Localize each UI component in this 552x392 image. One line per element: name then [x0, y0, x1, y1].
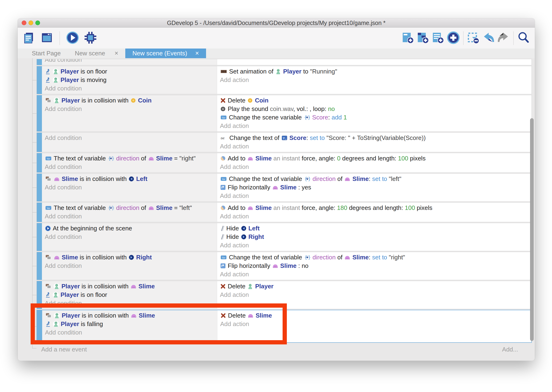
add-condition-button[interactable]: Add condition: [42, 84, 217, 93]
svg-text:x: x: [285, 138, 286, 140]
event-selection-bar[interactable]: [37, 203, 42, 222]
condition-line[interactable]: Player is in collision with Slime: [42, 282, 217, 290]
add-condition-button[interactable]: Add condition: [42, 105, 217, 113]
text-segment: add: [331, 114, 342, 121]
tab-new-scene-events[interactable]: New scene (Events) ×: [125, 49, 206, 58]
condition-line[interactable]: Slime is in collision with Right: [42, 253, 217, 261]
add-action-button[interactable]: Add action: [217, 142, 531, 151]
add-action-button[interactable]: Add action: [217, 241, 531, 250]
action-line[interactable]: txtChange the text of TxScore: set to "S…: [217, 133, 531, 142]
conditions-cell: VarThe text of variable {}direction of S…: [42, 203, 217, 222]
tab-label: Start Page: [32, 50, 61, 57]
text-segment: force, angle:: [302, 204, 337, 211]
preview-play-button[interactable]: [65, 31, 80, 46]
add-more-button[interactable]: Add...: [502, 346, 518, 353]
minimize-window-button[interactable]: [28, 21, 33, 25]
action-line[interactable]: Hide Right: [217, 232, 531, 241]
action-line[interactable]: Hide Left: [217, 224, 531, 232]
add-condition-button[interactable]: Add condition: [42, 162, 217, 171]
svg-text:}: }: [308, 176, 311, 182]
event-selection-bar[interactable]: [37, 252, 42, 280]
text-segment: :: [328, 114, 331, 121]
add-action-button[interactable]: Add action: [217, 212, 531, 221]
add-new-event-button[interactable]: Add a new event: [41, 346, 87, 353]
action-line[interactable]: Play the sound coin.wav, vol.: , loop: n…: [217, 105, 531, 113]
add-condition-button[interactable]: Add condition: [42, 183, 217, 191]
var-icon: Var: [45, 205, 52, 211]
clear-selection-button[interactable]: [466, 31, 481, 46]
action-line[interactable]: Delete Coin: [217, 96, 531, 105]
zoom-window-button[interactable]: [35, 21, 40, 25]
text-segment: Coin: [138, 97, 152, 104]
debug-icon: [84, 31, 97, 45]
vertical-scrollbar[interactable]: [530, 118, 534, 341]
undo-button[interactable]: [481, 31, 496, 46]
event-row: VarThe text of variable {}direction of S…: [36, 153, 532, 173]
action-line[interactable]: Add to Slime an instant force, angle: 0 …: [217, 154, 531, 162]
action-line[interactable]: Delete Player: [217, 282, 531, 290]
add-subevent-button[interactable]: [416, 31, 431, 46]
condition-line[interactable]: Slime is in collision with Left: [42, 175, 217, 183]
project-manager-button[interactable]: [21, 31, 36, 46]
event-selection-bar[interactable]: [37, 133, 42, 152]
text-segment: set to: [372, 254, 387, 261]
add-action-button[interactable]: Add action: [217, 191, 531, 200]
text-segment: The text of variable: [54, 204, 107, 211]
event-selection-bar[interactable]: [37, 66, 42, 94]
text-segment: set to: [310, 134, 325, 141]
event-selection-bar[interactable]: [37, 95, 42, 132]
add-comment-button[interactable]: [431, 31, 446, 46]
close-window-button[interactable]: [22, 21, 26, 25]
slime-icon: [344, 254, 351, 260]
condition-line[interactable]: Player is moving: [42, 76, 217, 84]
action-line[interactable]: Set animation of Player to "Running": [217, 67, 531, 76]
add-action-button[interactable]: Add action: [217, 162, 531, 171]
tab-new-scene[interactable]: New scene ×: [68, 49, 125, 58]
search-button[interactable]: [516, 31, 531, 46]
condition-line[interactable]: Player is in collision with Coin: [42, 96, 217, 105]
event-row: VarThe text of variable {}direction of S…: [36, 202, 532, 222]
scene-editor-window-button[interactable]: [39, 31, 54, 46]
add-new-button[interactable]: [446, 31, 461, 46]
action-line[interactable]: Add to Slime an instant force, angle: 18…: [217, 203, 531, 212]
action-line[interactable]: VarChange the text of variable {}directi…: [217, 175, 531, 183]
add-action-button[interactable]: Add action: [217, 270, 531, 279]
event-selection-bar[interactable]: [37, 223, 42, 251]
force-icon: [220, 205, 226, 211]
event-selection-bar[interactable]: [37, 59, 42, 65]
condition-line[interactable]: Player is on floor: [42, 67, 217, 76]
redo-button[interactable]: [496, 31, 511, 46]
add-condition-button[interactable]: Add condition: [42, 133, 217, 142]
close-icon[interactable]: ×: [114, 50, 118, 57]
condition-line[interactable]: VarThe text of variable {}direction of S…: [42, 154, 217, 162]
actions-cell: VarChange the text of variable {}directi…: [217, 174, 531, 201]
add-condition-button[interactable]: Add condition: [42, 261, 217, 270]
traffic-lights: [22, 21, 40, 25]
event-selection-bar[interactable]: [37, 174, 42, 201]
text-segment: force, angle:: [302, 155, 337, 162]
conditions-cell: Player is on floorPlayer is movingAdd co…: [42, 66, 217, 94]
text-segment: is on floor: [79, 291, 107, 298]
action-line[interactable]: VarChange the scene variable {}Score: ad…: [217, 113, 531, 122]
add-action-button[interactable]: Add action: [217, 290, 531, 299]
event-selection-bar[interactable]: [37, 153, 42, 172]
add-action-button[interactable]: Add action: [217, 76, 531, 84]
condition-line[interactable]: VarThe text of variable {}direction of S…: [42, 203, 217, 212]
add-condition-button[interactable]: Add condition: [42, 59, 217, 64]
add-condition-button[interactable]: Add condition: [42, 232, 217, 241]
condition-line[interactable]: At the beginning of the scene: [42, 224, 217, 232]
tab-start-page[interactable]: Start Page: [25, 49, 68, 58]
debug-button[interactable]: [83, 31, 98, 46]
text-segment: 180: [337, 204, 347, 211]
add-action-button[interactable]: Add action: [217, 122, 531, 130]
add-event-button[interactable]: [400, 31, 416, 46]
action-line[interactable]: VarChange the text of variable {}directi…: [217, 253, 531, 261]
svg-text:Var: Var: [222, 256, 226, 259]
close-icon[interactable]: ×: [195, 50, 199, 57]
event-tree-tick: [32, 266, 36, 266]
action-line[interactable]: Flip horizontally Slime : yes: [217, 183, 531, 191]
right-icon: [241, 234, 247, 240]
action-line[interactable]: Flip horizontally Slime : no: [217, 261, 531, 270]
add-condition-button[interactable]: Add condition: [42, 212, 217, 221]
condition-line[interactable]: Player is on floor: [42, 290, 217, 299]
